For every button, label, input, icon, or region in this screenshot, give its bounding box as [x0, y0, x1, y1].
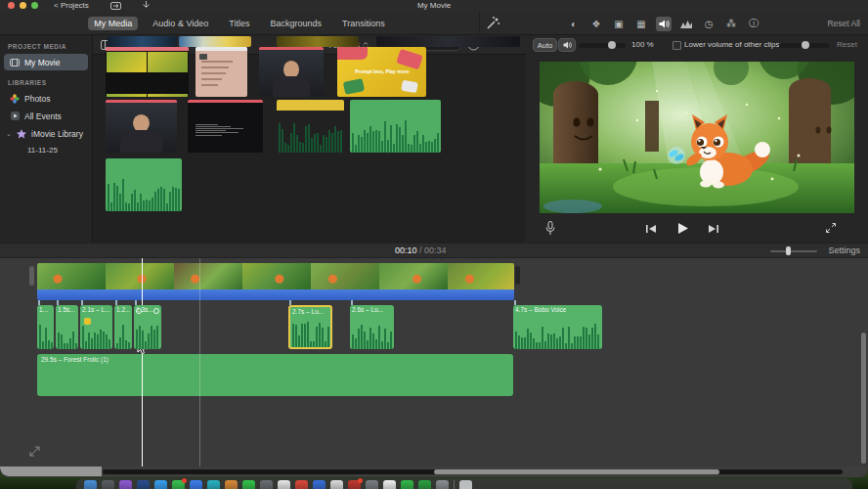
dock-icon[interactable] [401, 480, 413, 489]
video-clip-audio-bar[interactable] [37, 289, 514, 300]
audio-clip[interactable]: 2.1s – L... [80, 305, 112, 349]
sidebar-item-imovie-library[interactable]: ⌄iMovie Library [4, 125, 88, 142]
media-thumbnail-partial-dark[interactable] [376, 36, 520, 47]
media-thumbnail-talking[interactable] [259, 47, 324, 97]
notification-badge [182, 478, 187, 483]
media-thumbnail-partial-blue[interactable] [108, 36, 177, 47]
sidebar-item-all-events[interactable]: All Events [4, 108, 88, 124]
media-thumbnail-collage[interactable] [106, 47, 189, 97]
dock-icon[interactable] [190, 480, 202, 489]
dock-icon[interactable] [172, 480, 185, 489]
tab-transitions[interactable]: Transitions [336, 17, 391, 30]
audio-clip[interactable]: 1.3s... [134, 305, 161, 349]
dock-icon[interactable] [295, 480, 308, 489]
sidebar-item-label: iMovie Library [31, 129, 83, 139]
clip-filter-icon[interactable]: ⁂ [723, 17, 739, 31]
dock-icon[interactable] [242, 480, 255, 489]
stabilization-icon[interactable]: ▦ [633, 17, 649, 31]
color-balance-icon[interactable]: ◐ [566, 17, 582, 31]
dock-icon[interactable] [84, 480, 97, 489]
zoom-slider-knob[interactable] [786, 246, 791, 255]
fade-handle-right[interactable] [153, 308, 159, 314]
sidebar-item-photos[interactable]: Photos [4, 90, 88, 107]
dock-icon[interactable] [278, 480, 290, 489]
sidebar-event-11-11-25[interactable]: 11-11-25 [0, 143, 92, 156]
fade-handle-left[interactable] [136, 308, 142, 314]
audio-clip[interactable]: 4.7s – Bobo Voice [513, 305, 602, 349]
macos-dock[interactable] [76, 478, 852, 489]
dock-icon[interactable] [119, 480, 132, 489]
filmstrip-frame [37, 263, 106, 289]
enhance-wand-icon[interactable] [486, 17, 499, 30]
skip-forward-button[interactable] [708, 224, 719, 234]
volume-slider[interactable] [579, 43, 626, 48]
audio-clip[interactable]: 2.7s – Lu... [288, 305, 332, 349]
dock-icon[interactable] [260, 480, 273, 489]
reset-button[interactable]: Reset [837, 35, 857, 55]
mute-button[interactable] [558, 38, 576, 52]
tab-backgrounds[interactable]: Backgrounds [264, 17, 327, 30]
media-thumbnail-partial-grad[interactable] [179, 36, 251, 47]
horizontal-scrollbar-thumb[interactable] [434, 469, 719, 474]
audio-clip[interactable]: 1.5s... [56, 305, 78, 349]
volume-icon[interactable] [656, 17, 672, 31]
media-thumbnail-audio[interactable] [350, 100, 441, 153]
video-clip-filmstrip[interactable] [37, 263, 514, 289]
noise-reduction-icon[interactable] [678, 17, 694, 31]
trash-icon[interactable] [459, 480, 472, 489]
timeline[interactable]: 29.5s – Forest Frolic (1) 1...1.5s...2.1… [0, 258, 868, 467]
dock-icon[interactable] [418, 480, 431, 489]
tab-audio-video[interactable]: Audio & Video [147, 17, 214, 30]
lower-volume-slider[interactable] [779, 43, 829, 48]
media-thumbnail-talking[interactable] [106, 100, 177, 153]
dock-icon[interactable] [102, 480, 114, 489]
timeline-left-trim-handle[interactable] [29, 266, 34, 286]
dock-icon[interactable] [137, 480, 150, 489]
color-correction-icon[interactable]: ❖ [588, 17, 604, 31]
lower-volume-checkbox[interactable] [673, 41, 681, 50]
dock-icon[interactable] [207, 480, 220, 489]
tab-my-media[interactable]: My Media [88, 17, 138, 30]
media-thumbnail-screendark[interactable] [188, 100, 263, 153]
dock-icon[interactable] [348, 480, 361, 489]
audio-clip-label: 2.1s – L... [82, 306, 110, 313]
audio-clip[interactable]: 1.2... [114, 305, 132, 349]
tab-titles[interactable]: Titles [223, 17, 255, 30]
audio-clip[interactable]: 2.6s – Lu... [350, 305, 394, 349]
audio-clip[interactable]: 1... [37, 305, 54, 349]
info-icon[interactable]: ⓘ [746, 17, 761, 31]
speed-icon[interactable]: ◷ [701, 17, 716, 31]
media-thumbnail-partial-olive[interactable] [277, 36, 359, 47]
dock-icon[interactable] [366, 480, 378, 489]
dock-icon[interactable] [330, 480, 343, 489]
crop-icon[interactable]: ▣ [611, 17, 627, 31]
timeline-vertical-scrollbar[interactable] [861, 333, 866, 464]
play-button[interactable] [676, 222, 689, 235]
events-icon [10, 111, 20, 121]
timeline-settings-button[interactable]: Settings [828, 244, 860, 258]
reset-all-button[interactable]: Reset All [827, 12, 860, 35]
video-clip-right-trim-handle[interactable] [515, 266, 520, 285]
dock-icon[interactable] [154, 480, 167, 489]
disclosure-chevron-icon[interactable]: ⌄ [6, 130, 12, 138]
fullscreen-expand-icon[interactable] [825, 222, 837, 234]
sidebar-item-my-movie[interactable]: My Movie [4, 54, 88, 70]
imovie-library-icon [17, 129, 26, 139]
dock-icon[interactable] [383, 480, 396, 489]
media-thumbnail-audio-tagged[interactable] [277, 100, 344, 153]
skip-back-button[interactable] [645, 224, 657, 234]
background-music-clip[interactable]: 29.5s – Forest Frolic (1) [37, 354, 513, 396]
dock-icon[interactable] [313, 480, 326, 489]
timeline-zoom-slider[interactable] [770, 250, 817, 252]
horizontal-scrollbar[interactable] [103, 469, 843, 474]
dock-icon[interactable] [225, 480, 238, 489]
playhead[interactable] [142, 258, 143, 467]
media-thumbnail-audio[interactable] [106, 158, 182, 211]
media-thumbnail-promo[interactable]: Prompt less, Play more [337, 47, 426, 97]
auto-volume-button[interactable]: Auto [533, 38, 557, 52]
dock-icon[interactable] [436, 480, 449, 489]
lower-volume-slider-knob[interactable] [802, 41, 809, 49]
volume-slider-knob[interactable] [608, 41, 616, 49]
voiceover-mic-icon[interactable] [545, 221, 555, 236]
media-thumbnail-document[interactable] [195, 47, 247, 97]
